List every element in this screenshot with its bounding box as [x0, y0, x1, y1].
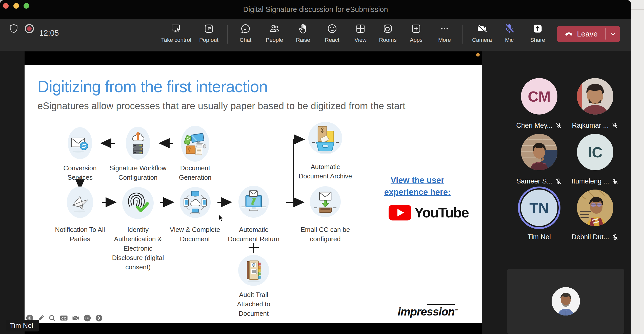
- participant-name: Debnil Dut...: [572, 233, 609, 241]
- participant-tile-debnil[interactable]: Debnil Dut...: [569, 190, 622, 241]
- node-label-view-complete: View & Complete Document: [165, 225, 225, 244]
- captions-button[interactable]: CC: [59, 314, 68, 323]
- mic-off-icon: [612, 178, 619, 185]
- slide-title: Digitizing from the first interaction: [37, 77, 268, 96]
- more-controls-button[interactable]: [83, 314, 91, 323]
- people-button[interactable]: People: [258, 22, 291, 48]
- mic-off-icon: [555, 178, 562, 185]
- take-control-label: Take control: [161, 37, 191, 43]
- participant-name: Tim Nel: [528, 233, 551, 241]
- node-label-email-cc: Email CC can be configured: [295, 225, 356, 244]
- mic-button[interactable]: Mic: [493, 22, 526, 48]
- leave-options-button[interactable]: [606, 26, 620, 42]
- rooms-button[interactable]: Rooms: [371, 22, 404, 48]
- raise-hand-icon: [297, 22, 309, 35]
- pop-out-icon: [203, 22, 214, 35]
- node-label-audit-trail: Audit Trail Attached to Document: [223, 290, 284, 318]
- share-icon: [532, 22, 543, 35]
- chat-button[interactable]: Chat: [229, 22, 262, 48]
- camera-off-icon: [476, 22, 488, 35]
- leave-button[interactable]: Leave: [557, 26, 605, 42]
- node-label-identity-authentication: Identity Authentication & Electronic Dis…: [108, 225, 168, 272]
- avatar-photo-debnil: [577, 190, 613, 226]
- participant-tile-cheri[interactable]: CM Cheri Mey...: [513, 78, 566, 129]
- more-label: More: [438, 37, 451, 43]
- node-label-notification-parties: Notification To All Parties: [50, 225, 110, 244]
- youtube-logo[interactable]: YouTube: [389, 204, 469, 221]
- participant-tile-rajkumar[interactable]: Rajkumar ...: [569, 78, 622, 129]
- conversion-services-icon: [68, 127, 92, 159]
- signature-workflow-icon: [126, 127, 150, 160]
- slide-canvas: Digitizing from the first interaction eS…: [25, 65, 482, 323]
- mouse-cursor: [218, 214, 225, 223]
- share-button[interactable]: Share: [521, 22, 554, 48]
- macos-titlebar: Digital Signature discussion for eSubmis…: [0, 0, 631, 19]
- chat-icon: [240, 22, 251, 35]
- react-icon: [327, 22, 338, 35]
- node-label-conversion-services: Conversion Services: [50, 163, 110, 182]
- participant-tile-sameer[interactable]: Sameer S...: [513, 134, 566, 185]
- node-label-signature-workflow: Signature Workflow Configuration: [108, 163, 168, 182]
- meeting-timer: 12:05: [39, 19, 59, 51]
- rooms-icon: [382, 22, 393, 35]
- chat-label: Chat: [240, 37, 251, 43]
- apps-button[interactable]: Apps: [400, 22, 433, 48]
- shared-slide-frame: Digitizing from the first interaction eS…: [25, 51, 482, 334]
- avatar-photo-bottom: [552, 287, 580, 316]
- mic-off-icon: [555, 122, 562, 129]
- pop-out-button[interactable]: Pop out: [192, 22, 225, 48]
- participant-name: Rajkumar ...: [572, 122, 609, 129]
- apps-label: Apps: [410, 37, 422, 43]
- impression-logo: impression™: [398, 305, 458, 318]
- notification-parties-icon: [67, 187, 93, 218]
- participant-tile-tim-nel[interactable]: TN Tim Nel: [513, 190, 566, 241]
- node-label-document-generation: Document Generation: [165, 163, 226, 182]
- share-label: Share: [530, 37, 545, 43]
- youtube-play-icon: [389, 205, 411, 220]
- mic-label: Mic: [505, 37, 514, 43]
- people-icon: [269, 22, 280, 35]
- audit-trail-icon: @: [238, 255, 269, 286]
- youtube-wordmark: YouTube: [414, 204, 469, 221]
- participant-tile-bottom[interactable]: [507, 269, 624, 334]
- raise-hand-button[interactable]: Raise: [287, 22, 319, 48]
- hang-up-icon: [564, 29, 573, 40]
- participant-name: Sameer S...: [516, 177, 553, 185]
- view-user-experience-link[interactable]: View the user experience here:: [372, 174, 463, 198]
- avatar-photo-sameer: [521, 134, 557, 170]
- raise-hand-label: Raise: [296, 37, 310, 43]
- document-generation-icon: [181, 126, 209, 162]
- identity-authentication-icon: [122, 187, 154, 219]
- link-line-2: experience here:: [384, 187, 451, 197]
- people-label: People: [266, 37, 283, 43]
- apps-icon: [411, 22, 422, 35]
- leave-split-button: Leave: [557, 26, 620, 42]
- pop-out-label: Pop out: [199, 37, 218, 43]
- mic-muted-icon: [504, 22, 515, 35]
- presenter-name-tag: Tim Nel: [6, 320, 39, 331]
- more-button[interactable]: More: [428, 22, 461, 48]
- next-slide-button[interactable]: [95, 314, 103, 323]
- react-button[interactable]: React: [316, 22, 349, 48]
- node-label-automatic-document-archive: Automatic Document Archive: [295, 162, 356, 181]
- view-icon: [355, 22, 366, 35]
- meeting-title: Digital Signature discussion for eSubmis…: [0, 0, 631, 19]
- participants-rail: CM Cheri Mey... Rajkumar ... Sameer S...…: [507, 51, 631, 334]
- view-complete-document-icon: [180, 187, 211, 218]
- link-line-1: View the user: [391, 175, 444, 185]
- svg-text:CC: CC: [61, 317, 66, 320]
- avatar-initials-ic: IC: [577, 134, 613, 170]
- camera-off-overlay-icon[interactable]: [72, 314, 80, 323]
- avatar-photo-rajkumar: [577, 78, 613, 115]
- take-control-button[interactable]: Take control: [160, 22, 193, 48]
- magnify-button[interactable]: [48, 314, 56, 323]
- react-label: React: [325, 37, 339, 43]
- automatic-document-return-icon: [238, 186, 269, 218]
- shield-icon: [9, 24, 18, 35]
- mic-off-icon: [611, 122, 618, 129]
- participant-tile-itumeleng[interactable]: IC Itumeleng ...: [569, 134, 622, 185]
- slide-subtitle: eSignatures allow processes that are usu…: [37, 101, 405, 112]
- participant-name: Cheri Mey...: [516, 122, 553, 129]
- more-icon: [439, 22, 450, 35]
- recording-indicator-icon: [25, 24, 34, 33]
